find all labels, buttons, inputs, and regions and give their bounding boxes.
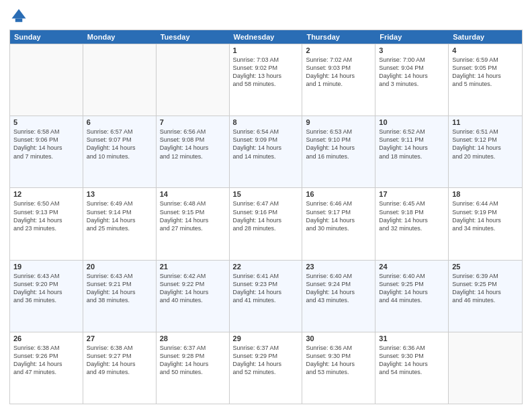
- day-info: Sunrise: 7:02 AM Sunset: 9:03 PM Dayligh…: [306, 56, 371, 89]
- day-number: 22: [233, 263, 299, 271]
- day-cell-29: 29Sunrise: 6:37 AM Sunset: 9:29 PM Dayli…: [230, 332, 303, 404]
- day-cell-4: 4Sunrise: 6:59 AM Sunset: 9:05 PM Daylig…: [449, 44, 522, 116]
- day-cell-6: 6Sunrise: 6:57 AM Sunset: 9:07 PM Daylig…: [83, 116, 157, 187]
- day-cell-30: 30Sunrise: 6:36 AM Sunset: 9:30 PM Dayli…: [302, 332, 375, 404]
- day-cell-25: 25Sunrise: 6:39 AM Sunset: 9:25 PM Dayli…: [449, 261, 522, 332]
- day-info: Sunrise: 6:50 AM Sunset: 9:13 PM Dayligh…: [13, 199, 79, 232]
- day-cell-14: 14Sunrise: 6:48 AM Sunset: 9:15 PM Dayli…: [157, 188, 230, 259]
- day-cell-20: 20Sunrise: 6:43 AM Sunset: 9:21 PM Dayli…: [83, 261, 157, 332]
- day-info: Sunrise: 6:44 AM Sunset: 9:19 PM Dayligh…: [452, 199, 519, 232]
- day-info: Sunrise: 6:54 AM Sunset: 9:09 PM Dayligh…: [233, 128, 299, 161]
- day-number: 30: [306, 334, 371, 342]
- header-day-thursday: Thursday: [302, 30, 375, 44]
- day-number: 1: [233, 46, 299, 54]
- day-info: Sunrise: 6:43 AM Sunset: 9:20 PM Dayligh…: [13, 272, 79, 305]
- day-info: Sunrise: 6:49 AM Sunset: 9:14 PM Dayligh…: [87, 199, 152, 232]
- empty-cell-0-1: [83, 44, 157, 116]
- day-number: 19: [13, 263, 79, 271]
- day-info: Sunrise: 7:03 AM Sunset: 9:02 PM Dayligh…: [233, 56, 299, 89]
- day-info: Sunrise: 6:40 AM Sunset: 9:24 PM Dayligh…: [306, 272, 371, 305]
- day-number: 10: [379, 118, 445, 126]
- day-number: 29: [233, 334, 299, 342]
- day-cell-2: 2Sunrise: 7:02 AM Sunset: 9:03 PM Daylig…: [302, 44, 375, 116]
- day-cell-9: 9Sunrise: 6:53 AM Sunset: 9:10 PM Daylig…: [302, 116, 375, 187]
- day-cell-11: 11Sunrise: 6:51 AM Sunset: 9:12 PM Dayli…: [449, 116, 522, 187]
- day-cell-24: 24Sunrise: 6:40 AM Sunset: 9:25 PM Dayli…: [375, 261, 449, 332]
- day-cell-27: 27Sunrise: 6:38 AM Sunset: 9:27 PM Dayli…: [83, 332, 157, 404]
- day-info: Sunrise: 6:39 AM Sunset: 9:25 PM Dayligh…: [452, 272, 519, 305]
- header-day-saturday: Saturday: [449, 30, 522, 44]
- header-day-tuesday: Tuesday: [157, 30, 230, 44]
- day-cell-15: 15Sunrise: 6:47 AM Sunset: 9:16 PM Dayli…: [230, 188, 303, 259]
- day-info: Sunrise: 6:57 AM Sunset: 9:07 PM Dayligh…: [87, 128, 152, 161]
- day-cell-28: 28Sunrise: 6:37 AM Sunset: 9:28 PM Dayli…: [157, 332, 230, 404]
- week-row-3: 19Sunrise: 6:43 AM Sunset: 9:20 PM Dayli…: [10, 260, 522, 332]
- day-number: 9: [306, 118, 371, 126]
- day-number: 15: [233, 190, 299, 198]
- empty-cell-0-2: [157, 44, 230, 116]
- day-cell-16: 16Sunrise: 6:46 AM Sunset: 9:17 PM Dayli…: [302, 188, 375, 259]
- day-number: 31: [379, 334, 445, 342]
- day-info: Sunrise: 6:37 AM Sunset: 9:28 PM Dayligh…: [160, 344, 226, 377]
- day-number: 5: [13, 118, 79, 126]
- day-number: 13: [87, 190, 152, 198]
- calendar: SundayMondayTuesdayWednesdayThursdayFrid…: [9, 30, 523, 404]
- day-cell-7: 7Sunrise: 6:56 AM Sunset: 9:08 PM Daylig…: [157, 116, 230, 187]
- day-number: 8: [233, 118, 299, 126]
- day-cell-26: 26Sunrise: 6:38 AM Sunset: 9:26 PM Dayli…: [10, 332, 83, 404]
- day-info: Sunrise: 6:38 AM Sunset: 9:27 PM Dayligh…: [87, 344, 152, 377]
- day-info: Sunrise: 6:36 AM Sunset: 9:30 PM Dayligh…: [306, 344, 371, 377]
- header-day-sunday: Sunday: [10, 30, 83, 44]
- day-cell-22: 22Sunrise: 6:41 AM Sunset: 9:23 PM Dayli…: [230, 261, 303, 332]
- page: SundayMondayTuesdayWednesdayThursdayFrid…: [0, 0, 532, 411]
- day-number: 16: [306, 190, 371, 198]
- day-cell-12: 12Sunrise: 6:50 AM Sunset: 9:13 PM Dayli…: [10, 188, 83, 259]
- day-info: Sunrise: 6:45 AM Sunset: 9:18 PM Dayligh…: [379, 199, 445, 232]
- calendar-header: SundayMondayTuesdayWednesdayThursdayFrid…: [10, 30, 522, 44]
- day-number: 26: [13, 334, 79, 342]
- day-info: Sunrise: 6:36 AM Sunset: 9:30 PM Dayligh…: [379, 344, 445, 377]
- day-cell-8: 8Sunrise: 6:54 AM Sunset: 9:09 PM Daylig…: [230, 116, 303, 187]
- day-cell-13: 13Sunrise: 6:49 AM Sunset: 9:14 PM Dayli…: [83, 188, 157, 259]
- day-number: 27: [87, 334, 152, 342]
- day-number: 11: [452, 118, 519, 126]
- week-row-0: 1Sunrise: 7:03 AM Sunset: 9:02 PM Daylig…: [10, 44, 522, 116]
- day-info: Sunrise: 7:00 AM Sunset: 9:04 PM Dayligh…: [379, 56, 445, 89]
- day-number: 28: [160, 334, 226, 342]
- header: [9, 7, 523, 26]
- week-row-2: 12Sunrise: 6:50 AM Sunset: 9:13 PM Dayli…: [10, 187, 522, 259]
- day-number: 21: [160, 263, 226, 271]
- day-cell-31: 31Sunrise: 6:36 AM Sunset: 9:30 PM Dayli…: [375, 332, 449, 404]
- week-row-1: 5Sunrise: 6:58 AM Sunset: 9:06 PM Daylig…: [10, 116, 522, 187]
- day-cell-19: 19Sunrise: 6:43 AM Sunset: 9:20 PM Dayli…: [10, 261, 83, 332]
- day-info: Sunrise: 6:41 AM Sunset: 9:23 PM Dayligh…: [233, 272, 299, 305]
- calendar-body: 1Sunrise: 7:03 AM Sunset: 9:02 PM Daylig…: [10, 44, 522, 404]
- day-cell-21: 21Sunrise: 6:42 AM Sunset: 9:22 PM Dayli…: [157, 261, 230, 332]
- day-cell-5: 5Sunrise: 6:58 AM Sunset: 9:06 PM Daylig…: [10, 116, 83, 187]
- day-info: Sunrise: 6:40 AM Sunset: 9:25 PM Dayligh…: [379, 272, 445, 305]
- logo-icon: [9, 7, 28, 26]
- day-info: Sunrise: 6:51 AM Sunset: 9:12 PM Dayligh…: [452, 128, 519, 161]
- day-number: 7: [160, 118, 226, 126]
- svg-marker-0: [12, 9, 26, 19]
- day-number: 20: [87, 263, 152, 271]
- day-info: Sunrise: 6:52 AM Sunset: 9:11 PM Dayligh…: [379, 128, 445, 161]
- day-info: Sunrise: 6:56 AM Sunset: 9:08 PM Dayligh…: [160, 128, 226, 161]
- header-day-friday: Friday: [375, 30, 449, 44]
- day-number: 17: [379, 190, 445, 198]
- svg-rect-1: [15, 19, 23, 22]
- day-info: Sunrise: 6:43 AM Sunset: 9:21 PM Dayligh…: [87, 272, 152, 305]
- day-number: 4: [452, 46, 519, 54]
- day-cell-3: 3Sunrise: 7:00 AM Sunset: 9:04 PM Daylig…: [375, 44, 449, 116]
- day-cell-10: 10Sunrise: 6:52 AM Sunset: 9:11 PM Dayli…: [375, 116, 449, 187]
- day-number: 25: [452, 263, 519, 271]
- day-number: 23: [306, 263, 371, 271]
- day-cell-17: 17Sunrise: 6:45 AM Sunset: 9:18 PM Dayli…: [375, 188, 449, 259]
- empty-cell-4-6: [449, 332, 522, 404]
- logo: [9, 7, 31, 26]
- day-number: 14: [160, 190, 226, 198]
- week-row-4: 26Sunrise: 6:38 AM Sunset: 9:26 PM Dayli…: [10, 332, 522, 404]
- day-number: 12: [13, 190, 79, 198]
- day-cell-18: 18Sunrise: 6:44 AM Sunset: 9:19 PM Dayli…: [449, 188, 522, 259]
- day-number: 18: [452, 190, 519, 198]
